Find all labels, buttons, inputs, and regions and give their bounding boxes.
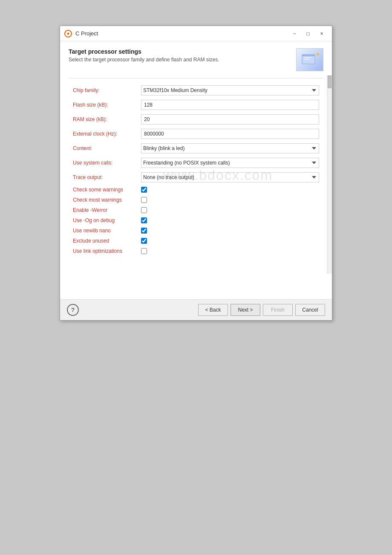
sys-calls-control: Freestanding (no POSIX system calls): [141, 158, 319, 168]
check-some-warnings-row: Check some warnings: [73, 187, 319, 193]
titlebar: C Project − □ ×: [60, 26, 332, 41]
chip-family-label: Chip family:: [73, 87, 141, 93]
header-section: Target processor settings Select the tar…: [69, 48, 323, 71]
header-text: Target processor settings Select the tar…: [69, 48, 219, 63]
trace-output-select[interactable]: None (no trace output): [141, 172, 319, 182]
svg-rect-3: [304, 57, 311, 58]
use-og-debug-checkbox[interactable]: [141, 217, 147, 223]
chip-family-control: STM32f10x Medium Density: [141, 85, 319, 95]
minimize-button[interactable]: −: [288, 29, 300, 38]
content-select[interactable]: Blinky (blink a led): [141, 143, 319, 153]
next-button[interactable]: Next >: [231, 304, 260, 316]
check-most-warnings-row: Check most warnings: [73, 197, 319, 203]
check-most-warnings-checkbox[interactable]: [141, 197, 147, 203]
ext-clock-control: [141, 129, 319, 139]
window-controls: − □ ×: [288, 29, 328, 38]
use-newlib-nano-label: Use newlib nano: [73, 228, 141, 234]
enable-werror-checkbox[interactable]: [141, 207, 147, 213]
content-control: Blinky (blink a led): [141, 143, 319, 153]
ext-clock-label: External clock (Hz):: [73, 131, 141, 137]
use-link-opt-checkbox[interactable]: [141, 248, 147, 254]
footer-buttons: < Back Next > Finish Cancel: [79, 304, 325, 316]
ext-clock-input[interactable]: [141, 129, 319, 139]
sys-calls-label: Use system calls:: [73, 160, 141, 166]
maximize-button[interactable]: □: [302, 29, 314, 38]
trace-output-row: Trace output: None (no trace output): [73, 172, 319, 182]
ram-size-row: RAM size (kB):: [73, 114, 319, 124]
svg-rect-4: [304, 59, 309, 60]
back-button[interactable]: < Back: [198, 304, 228, 316]
form-area: Chip family: STM32f10x Medium Density Fl…: [69, 85, 323, 254]
svg-rect-2: [302, 55, 315, 56]
page-title: Target processor settings: [69, 48, 219, 55]
content-row: Content: Blinky (blink a led): [73, 143, 319, 153]
exclude-unused-checkbox[interactable]: [141, 238, 147, 244]
flash-size-input[interactable]: [141, 100, 319, 110]
scrollbar[interactable]: [327, 75, 332, 274]
enable-werror-row: Enable -Werror: [73, 207, 319, 213]
exclude-unused-label: Exclude unused: [73, 238, 141, 244]
dialog-window: C Project − □ × Target processor setting…: [60, 26, 332, 321]
use-link-opt-label: Use link optimizations: [73, 248, 141, 254]
cancel-button[interactable]: Cancel: [295, 304, 325, 316]
flash-size-label: Flash size (kB):: [73, 102, 141, 108]
finish-button[interactable]: Finish: [263, 304, 293, 316]
content-label: Content:: [73, 145, 141, 151]
close-button[interactable]: ×: [316, 29, 328, 38]
page-subtitle: Select the target processor family and d…: [69, 57, 219, 63]
check-some-warnings-label: Check some warnings: [73, 187, 141, 193]
header-image: [296, 48, 323, 71]
trace-output-control: None (no trace output): [141, 172, 319, 182]
use-link-opt-row: Use link optimizations: [73, 248, 319, 254]
chip-family-select[interactable]: STM32f10x Medium Density: [141, 85, 319, 95]
exclude-unused-row: Exclude unused: [73, 238, 319, 244]
use-newlib-nano-checkbox[interactable]: [141, 228, 147, 234]
enable-werror-label: Enable -Werror: [73, 207, 141, 213]
app-icon: [64, 30, 72, 38]
dialog-content: Target processor settings Select the tar…: [60, 41, 332, 299]
chip-family-row: Chip family: STM32f10x Medium Density: [73, 85, 319, 95]
dialog-footer: ? < Back Next > Finish Cancel: [60, 299, 332, 320]
ram-size-control: [141, 114, 319, 124]
flash-size-row: Flash size (kB):: [73, 100, 319, 110]
use-og-debug-label: Use -Og on debug: [73, 217, 141, 223]
check-most-warnings-label: Check most warnings: [73, 197, 141, 203]
ram-size-label: RAM size (kB):: [73, 116, 141, 122]
use-og-debug-row: Use -Og on debug: [73, 217, 319, 223]
ext-clock-row: External clock (Hz):: [73, 129, 319, 139]
sys-calls-select[interactable]: Freestanding (no POSIX system calls): [141, 158, 319, 168]
sys-calls-row: Use system calls: Freestanding (no POSIX…: [73, 158, 319, 168]
scrollbar-thumb[interactable]: [328, 75, 331, 88]
header-divider: [69, 78, 323, 78]
use-newlib-nano-row: Use newlib nano: [73, 228, 319, 234]
check-some-warnings-checkbox[interactable]: [141, 187, 147, 193]
ram-size-input[interactable]: [141, 114, 319, 124]
window-title: C Project: [75, 30, 288, 37]
help-button[interactable]: ?: [67, 304, 79, 316]
spacer: [69, 258, 323, 292]
trace-output-label: Trace output:: [73, 174, 141, 180]
flash-size-control: [141, 100, 319, 110]
